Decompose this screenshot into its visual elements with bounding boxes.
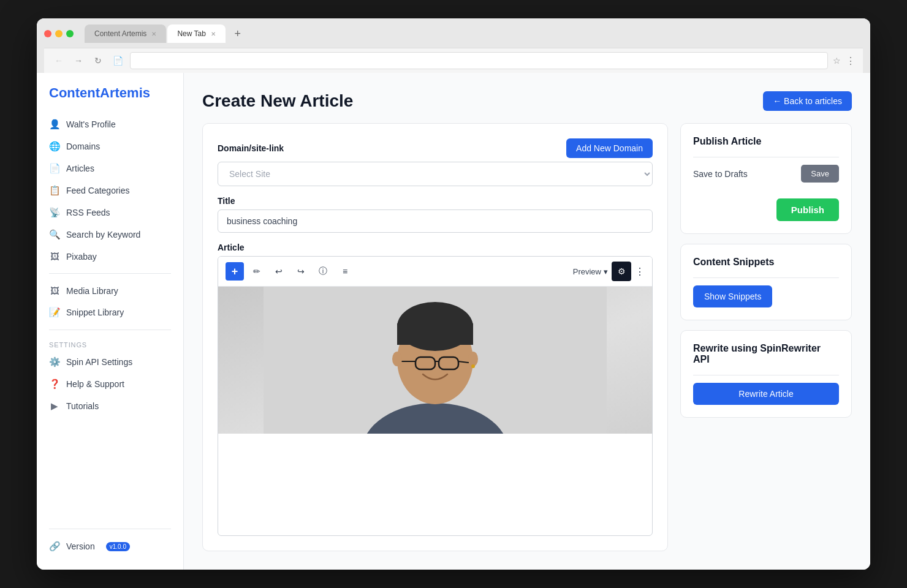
panel-divider [693,157,839,157]
feed-icon: 📋 [49,185,60,196]
save-drafts-row: Save to Drafts Save [693,165,839,183]
sidebar-bottom: 🔗 Version v1.0.0 [37,516,183,557]
svg-rect-5 [397,323,473,345]
back-nav-button[interactable]: ← [51,53,66,68]
article-form: Domain/site-link Add New Domain Select S… [202,123,668,551]
info-button[interactable]: ⓘ [314,262,332,281]
save-button[interactable]: Save [801,165,839,183]
browser-nav: ← → ↻ 📄 ☆ ⋮ [44,48,863,73]
maximize-button[interactable] [66,30,74,37]
sidebar-item-label: Search by Keyword [66,230,140,239]
editor-body[interactable] [218,287,652,458]
preview-button[interactable]: Preview ▾ [573,267,608,276]
close-button[interactable] [44,30,51,37]
sidebar-item-search-by-keyword[interactable]: 🔍 Search by Keyword [37,224,183,246]
sidebar-item-rss-feeds[interactable]: 📡 RSS Feeds [37,202,183,224]
forward-nav-button[interactable]: → [71,53,86,68]
publish-panel-card: Publish Article Save to Drafts Save Publ… [680,123,852,234]
sidebar-item-label: Articles [66,164,94,173]
more-options-button[interactable]: ⋮ [635,266,645,277]
redo-button[interactable]: ↪ [292,262,310,281]
domain-form-row: Domain/site-link Add New Domain [218,138,653,158]
app-layout: ContentArtemis 👤 Walt's Profile 🌐 Domain… [37,73,870,570]
tab-label: Content Artemis [94,29,146,38]
tab-content-artemis[interactable]: Content Artemis ✕ [85,24,166,43]
editor-settings-button[interactable]: ⚙ [612,262,631,281]
tab-close-icon[interactable]: ✕ [151,31,156,37]
title-input[interactable] [218,209,653,233]
list-button[interactable]: ≡ [336,262,354,281]
document-icon: 📄 [110,53,125,68]
search-icon: 🔍 [49,229,60,240]
browser-tabs: Content Artemis ✕ New Tab ✕ + [85,24,249,43]
domain-label: Domain/site-link [218,143,284,153]
snippets-panel-divider [693,277,839,278]
select-site-dropdown[interactable]: Select Site [218,162,653,186]
page-title: Create New Article [202,91,353,111]
sidebar-item-label: Pixabay [66,252,97,262]
svg-point-12 [468,352,478,366]
sidebar-item-spin-api-settings[interactable]: ⚙️ Spin API Settings [37,351,183,373]
edit-button[interactable]: ✏ [248,262,266,281]
bookmark-icon[interactable]: ☆ [833,56,841,66]
sidebar-item-label: Walt's Profile [66,119,116,129]
user-icon: 👤 [49,119,60,130]
address-bar[interactable] [130,52,828,69]
sidebar-item-label: RSS Feeds [66,208,110,217]
image-icon: 🖼 [49,251,60,262]
media-icon: 🖼 [49,285,60,296]
publish-button[interactable]: Publish [776,198,839,221]
sidebar-item-media-library[interactable]: 🖼 Media Library [37,280,183,301]
domain-form-group: Domain/site-link Add New Domain Select S… [218,138,653,186]
sidebar-item-label: Tutorials [66,401,99,411]
sidebar-divider-2 [49,330,171,330]
publish-row: Publish [693,191,839,221]
help-icon: ❓ [49,379,60,390]
reload-button[interactable]: ↻ [91,53,105,68]
rewrite-panel-title: Rewrite using SpinRewriter API [693,343,839,365]
rss-icon: 📡 [49,207,60,218]
settings-icon: ⚙️ [49,356,60,368]
undo-button[interactable]: ↩ [270,262,288,281]
traffic-lights [44,30,74,37]
minimize-button[interactable] [55,30,63,37]
preview-label: Preview [573,267,601,276]
sidebar-item-tutorials[interactable]: ▶ Tutorials [37,395,183,417]
browser-chrome: Content Artemis ✕ New Tab ✕ + ← → ↻ 📄 ☆ … [37,18,870,73]
sidebar-item-walts-profile[interactable]: 👤 Walt's Profile [37,113,183,135]
rewrite-article-button[interactable]: Rewrite Article [693,383,839,405]
add-block-button[interactable]: + [226,262,244,281]
app-logo: ContentArtemis [37,85,183,113]
article-icon: 📄 [49,163,60,174]
article-label: Article [218,243,653,252]
rewrite-panel-card: Rewrite using SpinRewriter API Rewrite A… [680,330,852,418]
sidebar-bottom-divider [49,529,171,529]
sidebar-item-pixabay[interactable]: 🖼 Pixabay [37,246,183,267]
sidebar-item-snippet-library[interactable]: 📝 Snippet Library [37,301,183,323]
version-label: Version [66,541,95,551]
show-snippets-button[interactable]: Show Snippets [693,285,772,307]
sidebar-item-articles[interactable]: 📄 Articles [37,157,183,179]
sidebar-nav: 👤 Walt's Profile 🌐 Domains 📄 Articles 📋 … [37,113,183,516]
menu-icon[interactable]: ⋮ [846,55,856,67]
back-to-articles-button[interactable]: ← Back to articles [763,91,852,111]
editor-toolbar: + ✏ ↩ ↪ ⓘ ≡ Preview ▾ [218,257,652,287]
add-new-domain-button[interactable]: Add New Domain [566,138,653,158]
new-tab-button[interactable]: + [227,24,249,43]
page-header: Create New Article ← Back to articles [184,73,870,123]
sidebar-item-help-support[interactable]: ❓ Help & Support [37,373,183,395]
globe-icon: 🌐 [49,141,60,152]
save-to-drafts-label: Save to Drafts [693,169,748,179]
sidebar: ContentArtemis 👤 Walt's Profile 🌐 Domain… [37,73,184,570]
browser-window: Content Artemis ✕ New Tab ✕ + ← → ↻ 📄 ☆ … [37,18,870,570]
sidebar-item-label: Domains [66,141,100,151]
sidebar-item-label: Feed Categories [66,186,130,195]
sidebar-item-label: Snippet Library [66,307,124,317]
page-body: Domain/site-link Add New Domain Select S… [184,123,870,570]
settings-section-label: SETTINGS [37,336,183,351]
sidebar-item-feed-categories[interactable]: 📋 Feed Categories [37,179,183,202]
main-content: Create New Article ← Back to articles Do… [184,73,870,570]
sidebar-item-domains[interactable]: 🌐 Domains [37,135,183,157]
tab-new-tab[interactable]: New Tab ✕ [167,24,225,43]
tab-close-icon[interactable]: ✕ [211,31,216,37]
